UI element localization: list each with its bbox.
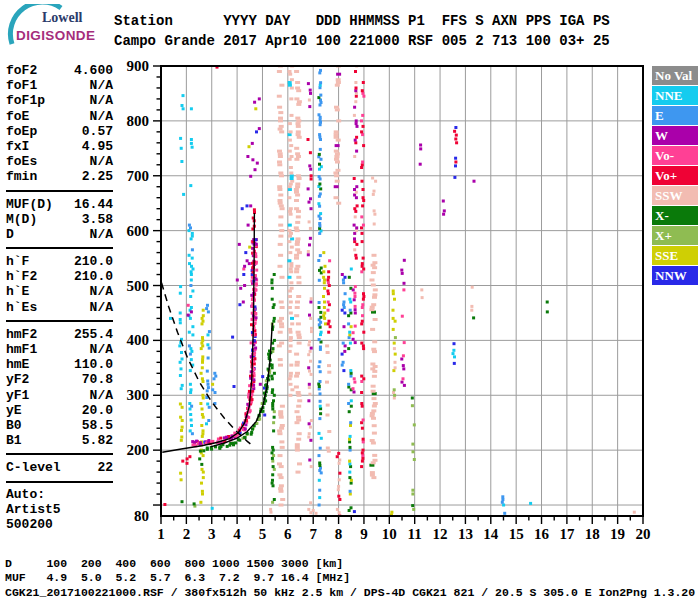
svg-text:800: 800: [127, 113, 150, 129]
header-field-values: Campo Grande 2017 Apr10 100 221000 RSF 0…: [114, 32, 610, 52]
svg-text:300: 300: [127, 387, 150, 403]
digisonde-ionogram-window: Lowell DIGISONDE Station YYYY DAY DDD HH…: [0, 0, 700, 600]
param-row: hmF1N/A: [6, 342, 113, 357]
header-field-labels: Station YYYY DAY DDD HHMMSS P1 FFS S AXN…: [114, 12, 610, 32]
param-value: 20.0: [82, 403, 113, 418]
param-label: h`Es: [6, 300, 37, 315]
legend-item-w: W: [652, 126, 698, 145]
legend-item-ssw: SSW: [652, 186, 698, 205]
measurement-info-footer: CGK21_2017100221000.RSF / 380fx512h 50 k…: [5, 586, 695, 599]
param-row: foEp0.57: [6, 124, 113, 139]
lowell-digisonde-logo: Lowell DIGISONDE: [6, 4, 112, 50]
param-label: hmF2: [6, 327, 37, 342]
auto-line: 500200: [6, 517, 61, 532]
param-row: foF24.600: [6, 63, 113, 78]
svg-text:80: 80: [134, 508, 149, 524]
param-value: N/A: [90, 300, 113, 315]
param-label: h`E: [6, 284, 29, 299]
param-value: N/A: [90, 93, 113, 108]
svg-text:17: 17: [559, 526, 575, 542]
param-value: 0.57: [82, 124, 113, 139]
param-row: hmE110.0: [6, 357, 113, 372]
svg-text:3: 3: [208, 526, 216, 542]
param-row: hmF2255.4: [6, 327, 113, 342]
param-value: 58.5: [82, 418, 113, 433]
legend-item-nne: NNE: [652, 86, 698, 105]
param-row: yF1N/A: [6, 388, 113, 403]
svg-text:7: 7: [309, 526, 317, 542]
auto-line: Artist5: [6, 502, 61, 517]
param-row: yF270.8: [6, 372, 113, 387]
svg-text:18: 18: [585, 526, 600, 542]
param-value: 210.0: [74, 254, 113, 269]
svg-text:9: 9: [360, 526, 368, 542]
distance-row: D 100 200 400 600 800 1000 1500 3000 [km…: [5, 557, 343, 570]
param-value: 2.25: [82, 169, 113, 184]
param-value: N/A: [90, 342, 113, 357]
param-label: hmF1: [6, 342, 37, 357]
param-row: foF1pN/A: [6, 93, 113, 108]
station-header: Station YYYY DAY DDD HHMMSS P1 FFS S AXN…: [114, 12, 610, 51]
legend-item-vo-: Vo-: [652, 146, 698, 165]
param-label: foF1: [6, 78, 37, 93]
param-label: foEp: [6, 124, 37, 139]
param-value: 4.95: [82, 139, 113, 154]
svg-text:500: 500: [127, 278, 150, 294]
svg-text:1: 1: [157, 526, 165, 542]
param-label: MUF(D): [6, 197, 53, 212]
param-label: yF2: [6, 372, 29, 387]
param-row: B058.5: [6, 418, 113, 433]
legend-item-sse: SSE: [652, 246, 698, 265]
parameter-panel: foF24.600foF1N/AfoF1pN/AfoEN/AfoEp0.57fx…: [6, 63, 113, 488]
svg-text:5: 5: [259, 526, 267, 542]
svg-text:8: 8: [335, 526, 343, 542]
ionogram-plot: 9008007006005004003002008012345678910111…: [118, 58, 688, 554]
param-value: 255.4: [74, 327, 113, 342]
svg-text:700: 700: [127, 168, 150, 184]
param-label: hmE: [6, 357, 29, 372]
param-value: N/A: [90, 154, 113, 169]
param-value: N/A: [90, 284, 113, 299]
autoscaling-info-block: Auto:Artist5500200: [6, 487, 61, 533]
param-row: yE20.0: [6, 403, 113, 418]
svg-text:2: 2: [183, 526, 191, 542]
param-value: 110.0: [74, 357, 113, 372]
muf-row: MUF 4.9 5.0 5.2 5.7 6.3 7.2 9.7 16.4 [MH…: [5, 571, 350, 584]
param-label: M(D): [6, 212, 37, 227]
param-label: foF2: [6, 63, 37, 78]
param-label: B1: [6, 433, 22, 448]
logo-digisonde-text: DIGISONDE: [16, 28, 95, 43]
param-value: 70.8: [82, 372, 113, 387]
param-label: foEs: [6, 154, 37, 169]
svg-text:6: 6: [284, 526, 292, 542]
param-value: 4.600: [74, 63, 113, 78]
param-row: h`F2210.0: [6, 269, 113, 284]
param-label: h`F: [6, 254, 29, 269]
param-row: DN/A: [6, 227, 113, 242]
legend-item-vo-: Vo+: [652, 166, 698, 185]
param-value: N/A: [90, 109, 113, 124]
param-label: h`F2: [6, 269, 37, 284]
legend-item-x-: X+: [652, 226, 698, 245]
doppler-velocity-legend: No ValNNEEWVo-Vo+SSWX-X+SSENNW: [652, 66, 698, 286]
param-value: 210.0: [74, 269, 113, 284]
divider: [6, 320, 113, 322]
svg-text:16: 16: [534, 526, 550, 542]
svg-text:19: 19: [610, 526, 625, 542]
param-value: N/A: [90, 388, 113, 403]
param-value: 5.82: [82, 433, 113, 448]
param-label: yE: [6, 403, 22, 418]
divider: [6, 247, 113, 249]
svg-text:4: 4: [233, 526, 241, 542]
param-row: fxI4.95: [6, 139, 113, 154]
param-label: B0: [6, 418, 22, 433]
param-label: fmin: [6, 169, 37, 184]
divider: [6, 190, 113, 192]
param-label: foF1p: [6, 93, 45, 108]
param-value: N/A: [90, 78, 113, 93]
param-row: h`F210.0: [6, 254, 113, 269]
param-label: yF1: [6, 388, 29, 403]
svg-text:20: 20: [636, 526, 651, 542]
legend-item-nnw: NNW: [652, 266, 698, 285]
param-row: B15.82: [6, 433, 113, 448]
